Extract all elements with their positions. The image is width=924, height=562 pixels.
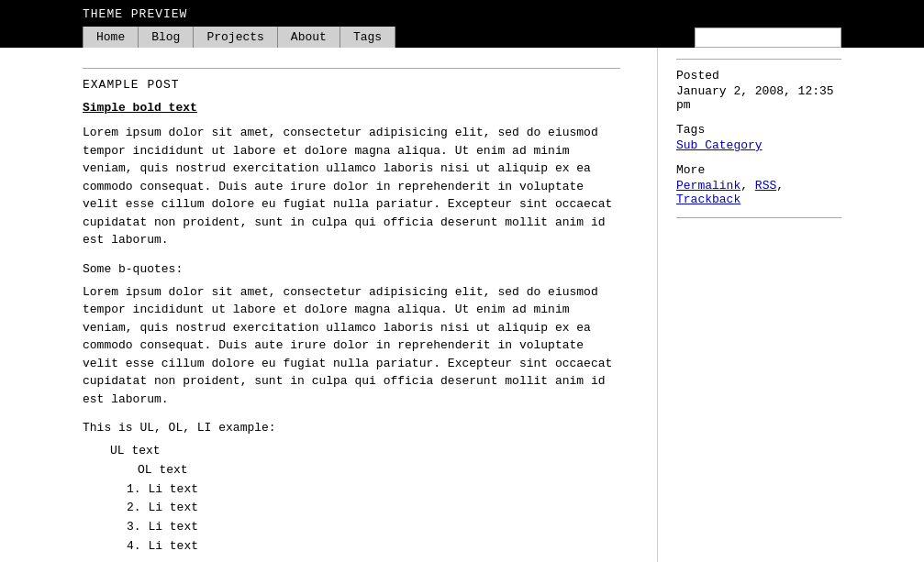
list-section: UL text OL text 1. Li text 2. Li text 3.… (110, 442, 620, 556)
sep2: , (776, 179, 784, 193)
main-content: EXAMPLE POST Simple bold text Lorem ipsu… (83, 48, 658, 562)
sidebar-bottom-rule (676, 217, 841, 218)
ul-text: UL text (110, 442, 620, 461)
search-input[interactable] (695, 28, 841, 48)
ol-text: OL text (138, 461, 620, 480)
li-item-1: 1. Li text (127, 480, 620, 500)
posted-value: January 2, 2008, 12:35 pm (676, 84, 841, 112)
more-label: More (676, 163, 841, 177)
post-body-paragraph1: Lorem ipsum dolor sit amet, consectetur … (83, 124, 620, 249)
post-title-label: EXAMPLE POST (83, 78, 620, 92)
sep1: , (740, 179, 755, 193)
permalink-link[interactable]: Permalink (676, 179, 740, 193)
rss-link[interactable]: RSS (755, 179, 776, 193)
search-bar-container (695, 28, 841, 48)
tags-label: Tags (676, 123, 841, 137)
sidebar-more-section: More Permalink, RSS, Trackback (676, 163, 841, 206)
theme-preview-title: THEME PREVIEW (83, 7, 841, 27)
li-item-2: 2. Li text (127, 499, 620, 518)
posted-label: Posted (676, 69, 841, 83)
top-divider (83, 68, 620, 69)
nav-tags[interactable]: Tags (340, 27, 395, 48)
li-item-4: 4. Li text (127, 537, 620, 556)
nav-projects[interactable]: Projects (194, 27, 277, 48)
nav-blog[interactable]: Blog (139, 27, 194, 48)
trackback-link[interactable]: Trackback (676, 193, 740, 206)
sidebar-tags-section: Tags Sub Category (676, 123, 841, 152)
li-item-3: 3. Li text (127, 518, 620, 537)
nav-home[interactable]: Home (83, 27, 139, 48)
sidebar-posted-section: Posted January 2, 2008, 12:35 pm (676, 69, 841, 112)
post-heading: Simple bold text (83, 101, 620, 115)
sidebar-top-rule (676, 59, 841, 60)
sidebar: Posted January 2, 2008, 12:35 pm Tags Su… (658, 48, 841, 562)
tags-link[interactable]: Sub Category (676, 138, 763, 152)
blockquote-label: Some b-quotes: (83, 262, 620, 276)
post-body-paragraph2: Lorem ipsum dolor sit amet, consectetur … (83, 283, 620, 409)
nav-about[interactable]: About (278, 27, 340, 48)
ul-label: This is UL, OL, LI example: (83, 421, 620, 435)
